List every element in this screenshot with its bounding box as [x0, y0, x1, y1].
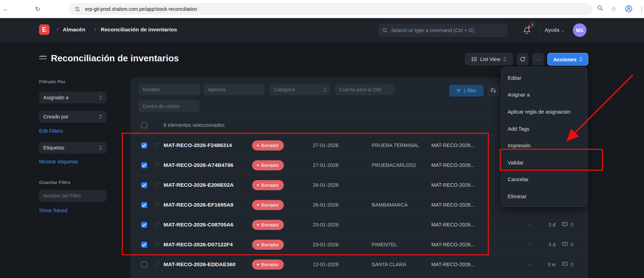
annotation-validar-box: [500, 149, 603, 171]
breadcrumb-separator: ›: [56, 26, 58, 32]
chevron-down-icon: ⌄: [561, 28, 565, 33]
save-filter-label: Guardar Filtro: [39, 180, 70, 185]
filter-centro-input[interactable]: [138, 100, 199, 112]
row-comments[interactable]: 0: [562, 222, 573, 228]
filter-name-input[interactable]: [39, 190, 106, 202]
app-header: E › Almacén › Reconciliación de inventar…: [0, 18, 644, 42]
row-date: 12-01-2026: [313, 262, 339, 267]
table-row[interactable]: ♡MAT-RECO-2026-EDDAE360Borrador12-01-202…: [131, 255, 588, 275]
reload-icon[interactable]: ↻: [33, 5, 42, 13]
filter-nombre-input[interactable]: [138, 84, 200, 95]
selection-summary: 6 elementos seleccionados: [164, 122, 225, 128]
site-settings-icon[interactable]: [75, 6, 80, 12]
help-menu[interactable]: Ayuda⌄: [545, 27, 565, 33]
header-divider: [540, 23, 540, 38]
refresh-button[interactable]: [517, 53, 529, 65]
created-by-select[interactable]: Creado por: [39, 111, 106, 123]
row-id[interactable]: MAT-RECO-2026-EDDAE360: [164, 261, 235, 268]
url-text: erp-git-prod.shalom.com.pe/app/stock-rec…: [85, 6, 197, 12]
categoria-label: Categoría: [274, 87, 295, 92]
notifications-button[interactable]: 0: [523, 24, 537, 37]
comment-count: 0: [570, 222, 573, 227]
row-modified-age: 3 d: [541, 222, 555, 227]
help-label: Ayuda: [545, 27, 559, 33]
actions-label: Acciones: [553, 56, 577, 62]
select-all-checkbox[interactable]: [141, 122, 147, 128]
comment-icon: [562, 222, 568, 228]
avatar[interactable]: MS: [573, 23, 586, 37]
status-dot-icon: [257, 264, 259, 265]
row-checkbox[interactable]: [141, 262, 147, 268]
browser-chrome: → ↻ erp-git-prod.shalom.com.pe/app/stock…: [0, 0, 644, 18]
browser-profile-icon[interactable]: [625, 5, 633, 13]
row-comments[interactable]: 0: [562, 241, 573, 248]
chevron-updown-icon: [99, 95, 102, 100]
chevron-updown-icon: [99, 145, 102, 150]
menu-item-editar[interactable]: Editar: [501, 69, 587, 86]
bookmark-star-icon[interactable]: ☆: [609, 5, 618, 13]
actions-button[interactable]: Acciones: [547, 53, 588, 65]
list-view-icon: [472, 57, 477, 62]
filter-count-label: 1 filter: [463, 88, 477, 93]
search-icon: [382, 28, 388, 33]
created-by-label: Creado por: [43, 114, 69, 119]
filter-cuenta-input[interactable]: [335, 84, 395, 95]
row-comments[interactable]: 0: [562, 261, 573, 268]
assigned-to-label: Asignado a: [43, 95, 69, 100]
filter-categoria-select[interactable]: Categoría: [270, 84, 330, 95]
zoom-icon[interactable]: [597, 5, 605, 11]
sidebar-toggle-icon[interactable]: [39, 56, 47, 61]
status-badge: Borrador: [252, 260, 284, 270]
annotation-rows-box: [122, 133, 489, 255]
comment-count: 0: [570, 242, 573, 247]
notification-badge: 0: [529, 22, 536, 28]
favorite-heart-icon[interactable]: ♡: [154, 261, 160, 268]
chevron-updown-icon: [99, 114, 102, 119]
chevron-updown-icon: [503, 57, 506, 62]
menu-item-asignar-a[interactable]: Asignar a: [501, 86, 587, 103]
row-assignee-empty: -: [528, 262, 532, 267]
row-modified-age: 3 d: [541, 242, 555, 247]
page-title: Reconciliación de inventarios: [51, 53, 179, 64]
filter-agencia-input[interactable]: [204, 84, 265, 95]
comment-icon: [562, 261, 568, 268]
chevron-updown-icon: [323, 87, 326, 92]
menu-item-add-tags[interactable]: Add Tags: [501, 120, 587, 137]
view-switcher-button[interactable]: List View: [465, 53, 513, 65]
row-assignee-empty: -: [528, 242, 532, 247]
forward-icon[interactable]: →: [1, 5, 9, 13]
more-options-button[interactable]: ···: [532, 53, 544, 65]
browser-menu-icon[interactable]: ⋮: [637, 5, 644, 13]
breadcrumb-current[interactable]: Reconciliación de inventarios: [101, 26, 177, 33]
sort-button[interactable]: [487, 85, 499, 96]
sort-icon: [491, 88, 496, 93]
global-search-input[interactable]: Search or type a command (Ctrl + G): [378, 24, 508, 37]
view-switcher-label: List View: [480, 56, 500, 62]
url-bar[interactable]: erp-git-prod.shalom.com.pe/app/stock-rec…: [68, 3, 593, 15]
comment-count: 0: [570, 262, 573, 267]
chevron-updown-icon: [579, 57, 582, 62]
row-reference: MAT-RECO-2026...: [431, 262, 475, 267]
row-modified-age: 3 w: [541, 262, 555, 267]
tags-select[interactable]: Etiquetas: [39, 142, 106, 154]
show-tags-link[interactable]: Mostrar etiquetas: [39, 159, 78, 164]
menu-item-aplicar-regla-de-asignaci-n[interactable]: Aplicar regla de asignación: [501, 103, 587, 120]
filtered-by-label: Filtrado Por: [39, 79, 66, 84]
assigned-to-select[interactable]: Asignado a: [39, 92, 106, 103]
filter-funnel-icon: [456, 88, 461, 93]
menu-item-eliminar[interactable]: Eliminar: [501, 188, 587, 205]
breadcrumb-separator: ›: [94, 26, 96, 32]
tags-label: Etiquetas: [43, 145, 64, 150]
row-agency: SANTA CLARA: [372, 262, 406, 267]
search-placeholder: Search or type a command (Ctrl + G): [391, 28, 474, 33]
edit-filters-link[interactable]: Edit Filters: [39, 128, 63, 134]
breadcrumb-almacen[interactable]: Almacén: [63, 26, 85, 33]
comment-icon: [562, 241, 568, 248]
app-logo[interactable]: E: [39, 24, 50, 35]
show-saved-link[interactable]: Show Saved: [39, 208, 67, 213]
active-filter-chip[interactable]: 1 filter: [449, 85, 484, 96]
status-label: Borrador: [261, 262, 279, 267]
actions-dropdown-menu: EditarAsignar aAplicar regla de asignaci…: [501, 67, 587, 207]
screen: → ↻ erp-git-prod.shalom.com.pe/app/stock…: [0, 0, 644, 278]
menu-item-cancelar[interactable]: Cancelar: [501, 171, 587, 188]
